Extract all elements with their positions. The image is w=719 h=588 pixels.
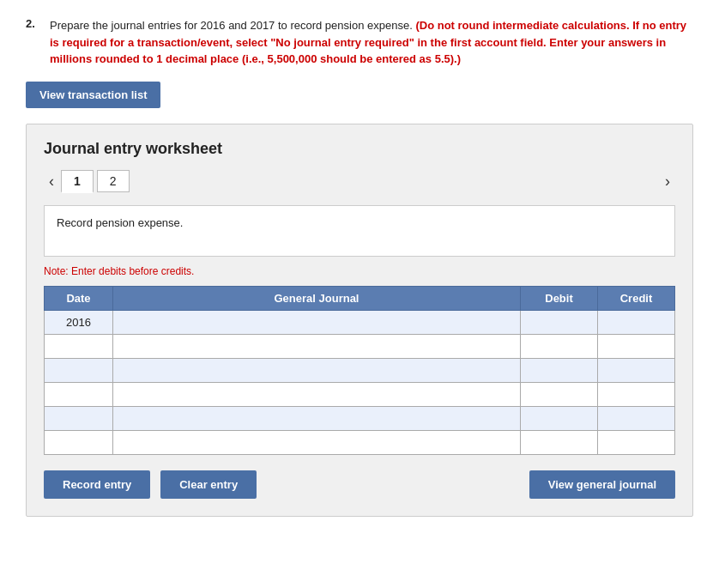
question-number: 2.	[26, 17, 43, 68]
credit-input[interactable]	[598, 311, 674, 334]
tab-2[interactable]: 2	[97, 170, 130, 192]
record-entry-button[interactable]: Record entry	[44, 470, 150, 499]
general-journal-cell[interactable]	[113, 310, 521, 334]
debit-input[interactable]	[521, 383, 597, 406]
view-transaction-button[interactable]: View transaction list	[26, 82, 160, 108]
debit-cell[interactable]	[521, 310, 598, 334]
general-journal-cell[interactable]	[113, 406, 521, 430]
date-cell	[45, 358, 113, 382]
credit-cell[interactable]	[598, 358, 675, 382]
view-general-journal-button[interactable]: View general journal	[529, 470, 675, 499]
general-journal-cell[interactable]	[113, 382, 521, 406]
tab-1[interactable]: 1	[61, 170, 94, 193]
action-buttons: Record entry Clear entry View general jo…	[44, 470, 675, 499]
journal-table: Date General Journal Debit Credit 2016	[44, 286, 675, 455]
general-journal-cell[interactable]	[113, 358, 521, 382]
next-tab-arrow[interactable]: ›	[660, 171, 675, 192]
credit-cell[interactable]	[598, 406, 675, 430]
table-row: 2016	[45, 310, 675, 334]
general-journal-input[interactable]	[113, 383, 520, 406]
debit-input[interactable]	[521, 335, 597, 358]
date-cell	[45, 430, 113, 454]
general-journal-input[interactable]	[113, 407, 520, 430]
worksheet-container: Journal entry worksheet ‹ 1 2 › Record p…	[26, 124, 693, 517]
prev-tab-arrow[interactable]: ‹	[44, 171, 59, 192]
col-date: Date	[45, 286, 113, 310]
general-journal-cell[interactable]	[113, 334, 521, 358]
debit-credit-note: Note: Enter debits before credits.	[44, 265, 675, 277]
question-text: Prepare the journal entries for 2016 and…	[50, 17, 693, 68]
table-row	[45, 430, 675, 454]
date-cell	[45, 334, 113, 358]
debit-input[interactable]	[521, 407, 597, 430]
date-cell: 2016	[45, 310, 113, 334]
credit-input[interactable]	[598, 383, 674, 406]
credit-cell[interactable]	[598, 430, 675, 454]
credit-cell[interactable]	[598, 310, 675, 334]
debit-input[interactable]	[521, 311, 597, 334]
credit-input[interactable]	[598, 431, 674, 454]
description-text: Record pension expense.	[57, 216, 183, 229]
question-header: 2. Prepare the journal entries for 2016 …	[26, 17, 693, 68]
general-journal-input[interactable]	[113, 335, 520, 358]
credit-input[interactable]	[598, 407, 674, 430]
credit-input[interactable]	[598, 335, 674, 358]
credit-cell[interactable]	[598, 334, 675, 358]
table-row	[45, 382, 675, 406]
debit-cell[interactable]	[521, 406, 598, 430]
date-cell	[45, 382, 113, 406]
general-journal-cell[interactable]	[113, 430, 521, 454]
entry-description: Record pension expense.	[44, 205, 675, 257]
col-general-journal: General Journal	[113, 286, 521, 310]
col-credit: Credit	[598, 286, 675, 310]
table-row	[45, 358, 675, 382]
table-row	[45, 406, 675, 430]
col-debit: Debit	[521, 286, 598, 310]
question-main: Prepare the journal entries for 2016 and…	[50, 19, 413, 32]
credit-input[interactable]	[598, 359, 674, 382]
general-journal-input[interactable]	[113, 359, 520, 382]
debit-cell[interactable]	[521, 334, 598, 358]
general-journal-input[interactable]	[113, 311, 520, 334]
debit-input[interactable]	[521, 359, 597, 382]
debit-cell[interactable]	[521, 382, 598, 406]
debit-input[interactable]	[521, 431, 597, 454]
debit-cell[interactable]	[521, 430, 598, 454]
table-row	[45, 334, 675, 358]
date-cell	[45, 406, 113, 430]
debit-cell[interactable]	[521, 358, 598, 382]
tab-navigation: ‹ 1 2 ›	[44, 170, 675, 193]
clear-entry-button[interactable]: Clear entry	[160, 470, 257, 499]
general-journal-input[interactable]	[113, 431, 520, 454]
credit-cell[interactable]	[598, 382, 675, 406]
worksheet-title: Journal entry worksheet	[44, 140, 675, 158]
